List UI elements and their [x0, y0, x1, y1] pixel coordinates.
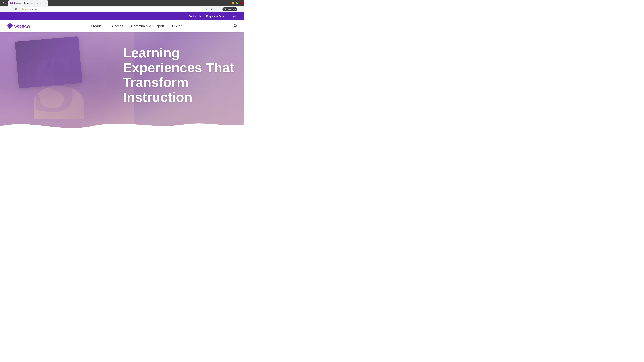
hero-section: 📱 S Learning Experiences That Transform …	[0, 32, 244, 133]
seesaw-logo[interactable]: S Seesaw	[7, 23, 30, 29]
logo-text: Seesaw	[14, 24, 30, 29]
hero-content: Learning Experiences That Transform Inst…	[123, 45, 234, 105]
hero-title-line3: Transform	[123, 75, 189, 90]
nav-product-link[interactable]: Product	[91, 24, 102, 28]
url-text: seesaw.com	[26, 8, 38, 10]
logo-icon-svg: S	[7, 23, 14, 29]
lock-icon: 🔒	[22, 8, 24, 10]
tab-close-button[interactable]: ×	[44, 2, 46, 4]
site-nav: S Seesaw Product Success Community & Sup…	[0, 20, 244, 32]
reload-button[interactable]: ↻	[14, 7, 18, 11]
nav-links: Product Success Community & Support Pric…	[40, 24, 233, 28]
active-tab[interactable]: S Seesaw | Elementary Learning ... ×	[8, 0, 48, 6]
below-hero	[0, 133, 244, 146]
window-maximize-button[interactable]: ⧠	[236, 2, 238, 4]
profile-button[interactable]: ⊙	[217, 7, 222, 11]
extensions-button[interactable]: ⧉	[210, 7, 214, 11]
toolbar-actions: ☆ ⧉ ⊙ 🕵 Incognito ⋮	[204, 7, 243, 11]
incognito-badge: 🕵 Incognito	[222, 7, 238, 11]
nav-pricing-link[interactable]: Pricing	[172, 24, 182, 28]
hero-title-line1: Learning	[123, 45, 180, 60]
svg-text:S: S	[9, 24, 10, 28]
new-tab-button[interactable]: +	[49, 1, 54, 5]
hero-title: Learning Experiences That Transform Inst…	[123, 45, 234, 105]
svg-line-2	[236, 26, 237, 27]
nav-community-support-link[interactable]: Community & Support	[131, 24, 164, 28]
more-menu-button[interactable]: ⋮	[238, 7, 243, 11]
wave-svg	[0, 116, 244, 133]
log-in-link[interactable]: Log In	[230, 15, 238, 17]
tab-favicon: S	[10, 2, 13, 4]
bookmark-button[interactable]: ☆	[204, 7, 209, 11]
browser-tab-bar: ▼ S Seesaw | Elementary Learning ... × +…	[0, 0, 244, 6]
site-top-bar: Contact Us Request a Demo Log In	[0, 12, 244, 20]
toolbar-divider	[216, 7, 216, 11]
request-demo-link[interactable]: Request a Demo	[206, 15, 225, 17]
nav-success-link[interactable]: Success	[110, 24, 123, 28]
hero-title-line2: Experiences That	[123, 60, 234, 75]
window-close-button[interactable]: ×	[240, 2, 243, 4]
incognito-label: Incognito	[228, 8, 236, 10]
window-minimize-button[interactable]: —	[232, 2, 234, 4]
search-icon	[233, 23, 238, 28]
address-bar: ← → ↻ 🔒 seesaw.com ☆ ⧉ ⊙ 🕵 Incognito ⋮	[0, 6, 244, 12]
contact-us-link[interactable]: Contact Us	[188, 15, 201, 17]
hero-title-line4: Instruction	[123, 90, 192, 105]
back-button[interactable]: ←	[1, 7, 6, 11]
url-bar[interactable]: 🔒 seesaw.com	[20, 7, 202, 11]
search-button[interactable]	[233, 23, 238, 29]
tab-switcher-button[interactable]: ▼	[1, 1, 8, 5]
hero-wave	[0, 116, 244, 133]
forward-button[interactable]: →	[8, 7, 12, 11]
tab-count-badge: ▼	[5, 2, 6, 4]
tab-title: Seesaw | Elementary Learning ...	[14, 2, 42, 4]
